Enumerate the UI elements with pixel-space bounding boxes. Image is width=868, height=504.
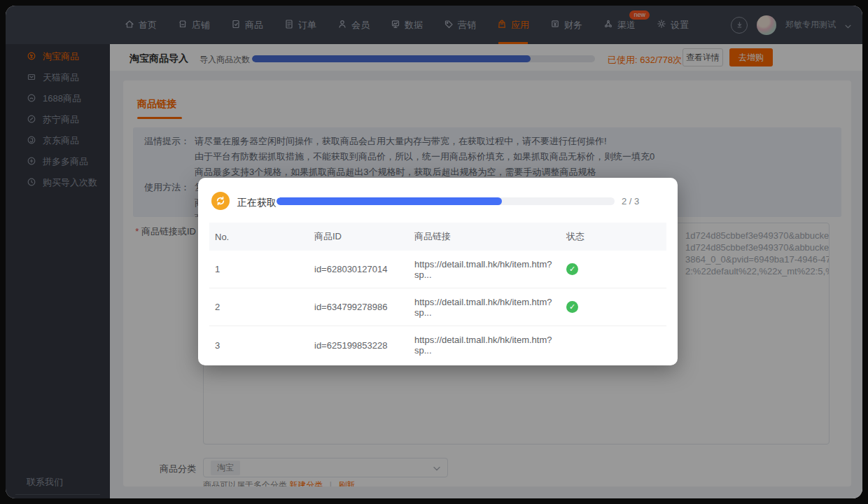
table-row: 2 id=634799278986 https://detail.tmall.h… (209, 288, 666, 326)
fetch-progress-fill (276, 197, 502, 205)
success-check-icon: ✓ (566, 301, 578, 313)
fetch-table-header: No. 商品ID 商品链接 状态 (209, 223, 666, 251)
col-no: No. (209, 232, 314, 242)
sync-icon (211, 192, 230, 210)
fetch-progress-count: 2 / 3 (622, 196, 639, 206)
app-window: 首页 店铺 商品 订单 会员 数据 (6, 6, 862, 498)
col-product-link: 商品链接 (414, 230, 566, 243)
fetch-progress-modal: 正在获取 2 / 3 No. 商品ID 商品链接 状态 1 id=6280301… (198, 178, 678, 365)
success-check-icon: ✓ (566, 263, 578, 275)
table-row: 1 id=628030127014 https://detail.tmall.h… (209, 251, 666, 288)
fetch-progress-track (276, 197, 615, 205)
modal-title: 正在获取 (237, 197, 276, 209)
fetch-table: No. 商品ID 商品链接 状态 1 id=628030127014 https… (209, 223, 666, 364)
col-product-id: 商品ID (314, 230, 414, 243)
table-row: 3 id=625199853228 https://detail.tmall.h… (209, 326, 666, 364)
col-status: 状态 (566, 230, 666, 243)
